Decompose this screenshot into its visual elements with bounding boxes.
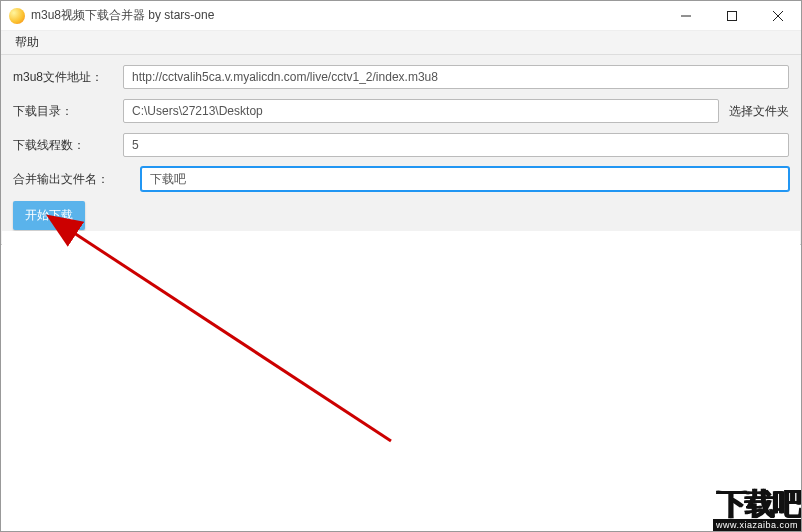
minimize-button[interactable] <box>663 1 709 30</box>
maximize-button[interactable] <box>709 1 755 30</box>
label-threads: 下载线程数： <box>13 137 123 154</box>
title-bar: m3u8视频下载合并器 by stars-one <box>1 1 801 31</box>
input-dir[interactable] <box>123 99 719 123</box>
label-dir: 下载目录： <box>13 103 123 120</box>
watermark-text: 下载吧 <box>681 490 801 517</box>
window-title: m3u8视频下载合并器 by stars-one <box>31 7 663 24</box>
start-download-button[interactable]: 开始下载 <box>13 201 85 230</box>
label-output: 合并输出文件名： <box>13 171 141 188</box>
window-controls <box>663 1 801 30</box>
output-area <box>2 231 800 530</box>
input-url[interactable] <box>123 65 789 89</box>
row-url: m3u8文件地址： <box>13 65 789 89</box>
close-button[interactable] <box>755 1 801 30</box>
form-panel: m3u8文件地址： 下载目录： 选择文件夹 下载线程数： 合并输出文件名： 开始… <box>1 55 801 245</box>
label-url: m3u8文件地址： <box>13 69 123 86</box>
row-actions: 开始下载 <box>13 201 789 230</box>
row-dir: 下载目录： 选择文件夹 <box>13 99 789 123</box>
watermark: 下载吧 www.xiazaiba.com <box>681 490 801 531</box>
input-threads[interactable] <box>123 133 789 157</box>
watermark-url: www.xiazaiba.com <box>713 519 801 531</box>
app-icon <box>9 8 25 24</box>
menu-help[interactable]: 帮助 <box>7 32 47 53</box>
input-output[interactable] <box>141 167 789 191</box>
svg-rect-1 <box>728 11 737 20</box>
row-threads: 下载线程数： <box>13 133 789 157</box>
choose-folder-link[interactable]: 选择文件夹 <box>729 103 789 120</box>
row-output: 合并输出文件名： <box>13 167 789 191</box>
menu-bar: 帮助 <box>1 31 801 55</box>
